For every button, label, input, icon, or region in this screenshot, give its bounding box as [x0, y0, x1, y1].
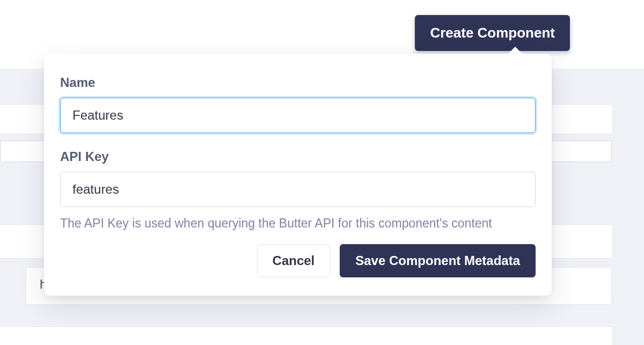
create-component-modal: Name API Key The API Key is used when qu…: [44, 54, 552, 296]
background-row: [0, 326, 612, 345]
name-input[interactable]: [60, 98, 536, 133]
apikey-label: API Key: [60, 149, 536, 164]
create-component-button[interactable]: Create Component: [415, 15, 570, 51]
apikey-field-group: API Key The API Key is used when queryin…: [60, 149, 536, 232]
cancel-button[interactable]: Cancel: [257, 244, 331, 277]
save-component-metadata-button[interactable]: Save Component Metadata: [340, 244, 536, 277]
apikey-help-text: The API Key is used when querying the Bu…: [60, 215, 536, 232]
name-field-group: Name: [60, 75, 536, 133]
modal-actions: Cancel Save Component Metadata: [60, 244, 536, 277]
apikey-input[interactable]: [60, 172, 536, 207]
name-label: Name: [60, 75, 536, 90]
